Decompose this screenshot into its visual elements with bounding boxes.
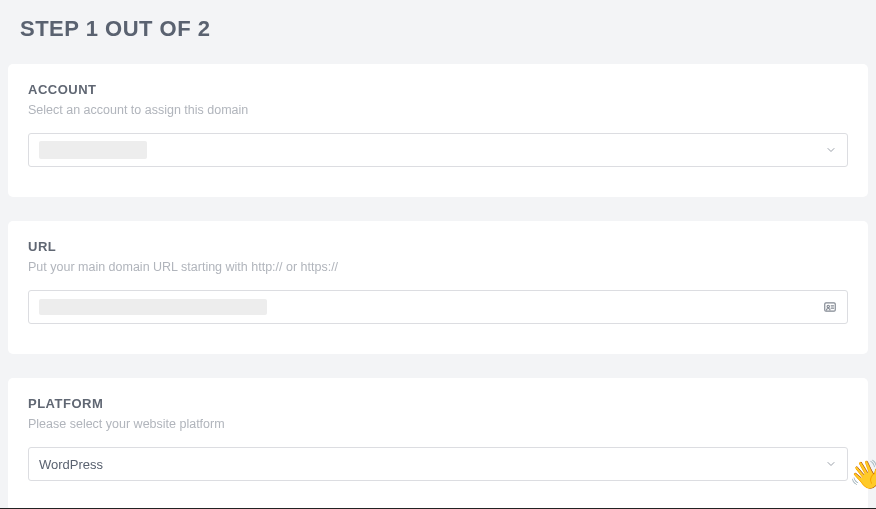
account-card: ACCOUNT Select an account to assign this… <box>8 64 868 197</box>
url-value-placeholder <box>39 299 267 315</box>
account-title: ACCOUNT <box>28 82 848 97</box>
url-field[interactable] <box>28 290 848 324</box>
account-selected-placeholder <box>39 141 147 159</box>
helper-wave-icon[interactable]: 👋 <box>849 461 876 489</box>
chevron-down-icon <box>825 458 837 470</box>
platform-description: Please select your website platform <box>28 417 848 431</box>
url-card: URL Put your main domain URL starting wi… <box>8 221 868 354</box>
chevron-down-icon <box>825 144 837 156</box>
url-title: URL <box>28 239 848 254</box>
platform-title: PLATFORM <box>28 396 848 411</box>
account-dropdown[interactable] <box>28 133 848 167</box>
url-description: Put your main domain URL starting with h… <box>28 260 848 274</box>
platform-selected-value: WordPress <box>39 457 103 472</box>
contact-card-icon <box>823 300 837 314</box>
platform-dropdown[interactable]: WordPress <box>28 447 848 481</box>
step-title: STEP 1 OUT OF 2 <box>0 0 876 54</box>
platform-card: PLATFORM Please select your website plat… <box>8 378 868 509</box>
svg-point-1 <box>827 305 829 307</box>
url-input[interactable] <box>267 300 823 315</box>
account-description: Select an account to assign this domain <box>28 103 848 117</box>
